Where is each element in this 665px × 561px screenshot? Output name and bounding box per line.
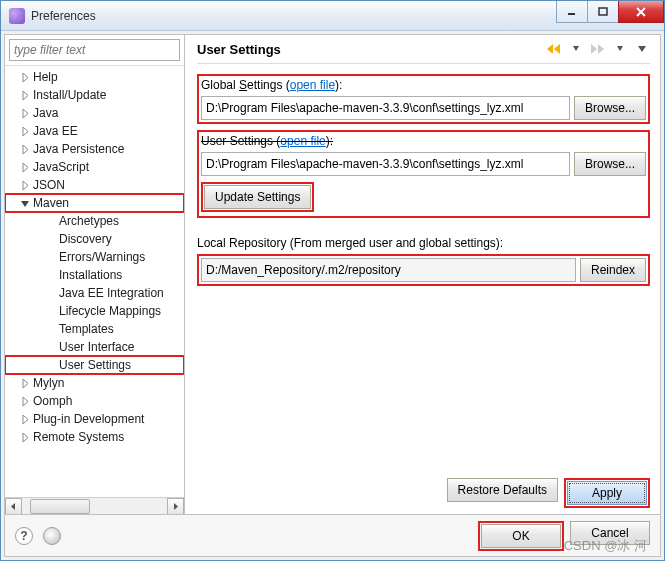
restore-defaults-button[interactable]: Restore Defaults (447, 478, 558, 502)
view-menu-icon[interactable] (634, 41, 650, 57)
svg-marker-5 (23, 91, 28, 100)
tree-item-installations[interactable]: Installations (5, 266, 184, 284)
svg-marker-24 (638, 46, 646, 52)
expand-arrow-icon[interactable] (19, 395, 31, 407)
apply-button[interactable]: Apply (567, 481, 647, 505)
tree-item-discovery[interactable]: Discovery (5, 230, 184, 248)
expand-arrow-icon (45, 287, 57, 299)
expand-arrow-icon (45, 305, 57, 317)
tree-item-user-settings[interactable]: User Settings (5, 356, 184, 374)
expand-arrow-icon (45, 251, 57, 263)
svg-marker-12 (23, 379, 28, 388)
tree-item-json[interactable]: JSON (5, 176, 184, 194)
svg-marker-16 (11, 503, 15, 510)
tree-item-label: Java (33, 106, 58, 120)
tree-item-java[interactable]: Java (5, 104, 184, 122)
filter-input[interactable] (9, 39, 180, 61)
scroll-right-button[interactable] (167, 498, 184, 515)
expand-arrow-icon[interactable] (19, 143, 31, 155)
tree-item-java-ee-integration[interactable]: Java EE Integration (5, 284, 184, 302)
tree-item-help[interactable]: Help (5, 68, 184, 86)
tree-item-label: Oomph (33, 394, 72, 408)
svg-marker-23 (617, 46, 623, 51)
svg-marker-6 (23, 109, 28, 118)
user-settings-redbox: User Settings (open file): Browse... Upd… (197, 130, 650, 218)
svg-marker-15 (23, 433, 28, 442)
forward-icon[interactable] (590, 41, 606, 57)
tree-item-label: Errors/Warnings (59, 250, 145, 264)
reindex-button[interactable]: Reindex (580, 258, 646, 282)
tree-item-user-interface[interactable]: User Interface (5, 338, 184, 356)
forward-menu-icon[interactable] (612, 41, 628, 57)
user-settings-input[interactable] (201, 152, 570, 176)
expand-arrow-icon[interactable] (19, 377, 31, 389)
svg-marker-11 (21, 201, 29, 207)
scroll-left-button[interactable] (5, 498, 22, 515)
app-icon (9, 8, 25, 24)
update-settings-button[interactable]: Update Settings (204, 185, 311, 209)
ok-button[interactable]: OK (481, 524, 561, 548)
close-button[interactable] (618, 1, 664, 23)
tree-item-errors-warnings[interactable]: Errors/Warnings (5, 248, 184, 266)
tree-item-install-update[interactable]: Install/Update (5, 86, 184, 104)
help-icon[interactable]: ? (15, 527, 33, 545)
expand-arrow-icon[interactable] (19, 71, 31, 83)
global-open-file-link[interactable]: open file (290, 78, 335, 92)
tree-item-label: JSON (33, 178, 65, 192)
local-repo-input[interactable] (201, 258, 576, 282)
global-settings-label: Global Settings (open file): (201, 78, 646, 92)
expand-arrow-icon[interactable] (19, 125, 31, 137)
svg-marker-14 (23, 415, 28, 424)
titlebar[interactable]: Preferences (1, 1, 664, 31)
maximize-button[interactable] (587, 1, 619, 23)
cancel-button[interactable]: Cancel (570, 521, 650, 545)
user-open-file-link[interactable]: open file (280, 134, 325, 148)
back-menu-icon[interactable] (568, 41, 584, 57)
svg-marker-22 (598, 44, 604, 54)
tree-item-label: Help (33, 70, 58, 84)
expand-arrow-icon[interactable] (19, 431, 31, 443)
tree-item-label: User Interface (59, 340, 134, 354)
tree-item-label: Remote Systems (33, 430, 124, 444)
preferences-tree[interactable]: HelpInstall/UpdateJavaJava EEJava Persis… (5, 65, 184, 497)
minimize-button[interactable] (556, 1, 588, 23)
expand-arrow-icon[interactable] (19, 161, 31, 173)
expand-arrow-icon (45, 269, 57, 281)
tree-item-remote-systems[interactable]: Remote Systems (5, 428, 184, 446)
tree-item-archetypes[interactable]: Archetypes (5, 212, 184, 230)
expand-arrow-icon[interactable] (19, 89, 31, 101)
tree-item-label: Java Persistence (33, 142, 124, 156)
expand-arrow-icon[interactable] (19, 107, 31, 119)
tree-item-javascript[interactable]: JavaScript (5, 158, 184, 176)
tree-item-oomph[interactable]: Oomph (5, 392, 184, 410)
svg-rect-1 (599, 8, 607, 15)
expand-arrow-icon[interactable] (19, 197, 31, 209)
tree-item-label: Templates (59, 322, 114, 336)
global-browse-button[interactable]: Browse... (574, 96, 646, 120)
tree-item-templates[interactable]: Templates (5, 320, 184, 338)
scrollbar-thumb[interactable] (30, 499, 90, 514)
user-browse-button[interactable]: Browse... (574, 152, 646, 176)
tree-item-label: Installations (59, 268, 122, 282)
tree-item-maven[interactable]: Maven (5, 194, 184, 212)
tree-item-label: Lifecycle Mappings (59, 304, 161, 318)
tree-item-java-ee[interactable]: Java EE (5, 122, 184, 140)
tree-item-label: JavaScript (33, 160, 89, 174)
svg-marker-18 (547, 44, 553, 54)
global-settings-input[interactable] (201, 96, 570, 120)
expand-arrow-icon[interactable] (19, 179, 31, 191)
svg-marker-17 (174, 503, 178, 510)
tree-hscrollbar[interactable] (5, 497, 184, 514)
tree-item-mylyn[interactable]: Mylyn (5, 374, 184, 392)
expand-arrow-icon[interactable] (19, 413, 31, 425)
back-icon[interactable] (546, 41, 562, 57)
progress-icon[interactable] (43, 527, 61, 545)
svg-marker-7 (23, 127, 28, 136)
expand-arrow-icon (45, 233, 57, 245)
tree-item-label: Discovery (59, 232, 112, 246)
tree-item-java-persistence[interactable]: Java Persistence (5, 140, 184, 158)
tree-item-plug-in-development[interactable]: Plug-in Development (5, 410, 184, 428)
tree-item-lifecycle-mappings[interactable]: Lifecycle Mappings (5, 302, 184, 320)
local-repo-label: Local Repository (From merged user and g… (197, 236, 650, 250)
window-title: Preferences (31, 9, 557, 23)
